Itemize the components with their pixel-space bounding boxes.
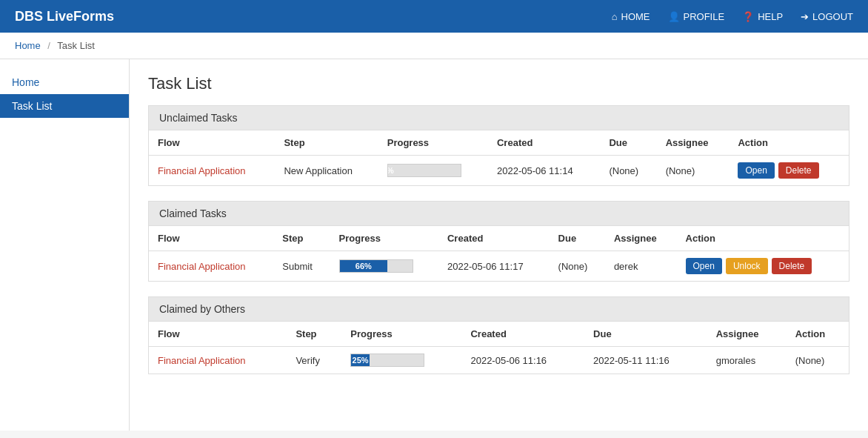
- progress-cell: 25%: [341, 347, 461, 374]
- col-assignee-1: Assignee: [605, 226, 677, 251]
- claimed-by-others-table: Flow Step Progress Created Due Assignee …: [149, 322, 849, 374]
- breadcrumb-current: Task List: [57, 40, 95, 51]
- col-flow-1: Flow: [149, 226, 273, 251]
- due-cell: 2022-05-11 11:16: [584, 347, 707, 374]
- assignee-cell: (None): [657, 156, 730, 186]
- unclaimed-tasks-header: Unclaimed Tasks: [149, 106, 849, 130]
- assignee-cell: gmorales: [707, 347, 787, 374]
- page-title: Task List: [148, 74, 849, 93]
- delete-button[interactable]: Delete: [778, 162, 819, 179]
- progress-cell: 66%: [330, 251, 438, 282]
- action-cell: (None): [787, 347, 849, 374]
- col-flow-2: Flow: [149, 322, 287, 347]
- step-cell: Verify: [287, 347, 341, 374]
- col-due-0: Due: [600, 130, 656, 156]
- flow-cell: Financial Application: [149, 347, 287, 374]
- open-button[interactable]: Open: [686, 258, 722, 274]
- flow-cell: Financial Application: [149, 251, 273, 282]
- col-action-2: Action: [787, 322, 849, 347]
- col-step-1: Step: [273, 226, 330, 251]
- action-buttons: Open Unlock Delete: [686, 258, 840, 274]
- col-progress-2: Progress: [341, 322, 461, 347]
- col-flow-0: Flow: [149, 130, 275, 156]
- nav-help[interactable]: ❓ HELP: [742, 11, 783, 22]
- flow-link[interactable]: Financial Application: [158, 355, 246, 366]
- logout-icon: ➔: [801, 11, 809, 22]
- progress-fill: 25%: [351, 354, 370, 366]
- claimed-tasks-table: Flow Step Progress Created Due Assignee …: [149, 226, 849, 281]
- breadcrumb: Home / Task List: [0, 33, 868, 59]
- action-buttons: Open Delete: [738, 162, 840, 179]
- claimed-by-others-section: Claimed by Others Flow Step Progress Cre…: [148, 296, 849, 374]
- claimed-tasks-header: Claimed Tasks: [149, 202, 849, 226]
- progress-fill: 66%: [340, 260, 388, 272]
- col-step-0: Step: [275, 130, 378, 156]
- others-table-header-row: Flow Step Progress Created Due Assignee …: [149, 322, 849, 347]
- flow-link[interactable]: Financial Application: [158, 165, 246, 176]
- table-row: Financial Application Submit 66% 2022-05…: [149, 251, 849, 282]
- header-nav: ⌂ HOME 👤 PROFILE ❓ HELP ➔ LOGOUT: [612, 11, 853, 22]
- created-cell: 2022-05-06 11:17: [438, 251, 550, 282]
- claimed-by-others-header: Claimed by Others: [149, 297, 849, 322]
- open-button[interactable]: Open: [738, 162, 774, 179]
- sidebar-item-tasklist[interactable]: Task List: [0, 94, 129, 118]
- col-created-1: Created: [438, 226, 550, 251]
- col-due-1: Due: [550, 226, 605, 251]
- brand-title: DBS LiveForms: [15, 9, 114, 24]
- sidebar-item-home[interactable]: Home: [0, 70, 129, 94]
- progress-cell: 0%: [378, 156, 488, 186]
- claimed-table-header-row: Flow Step Progress Created Due Assignee …: [149, 226, 849, 251]
- step-cell: Submit: [273, 251, 330, 282]
- nav-profile[interactable]: 👤 PROFILE: [668, 11, 725, 22]
- unlock-button[interactable]: Unlock: [726, 258, 768, 274]
- home-icon: ⌂: [612, 11, 618, 22]
- breadcrumb-separator: /: [47, 40, 50, 51]
- col-progress-1: Progress: [330, 226, 438, 251]
- col-step-2: Step: [287, 322, 341, 347]
- claimed-tasks-section: Claimed Tasks Flow Step Progress Created…: [148, 201, 849, 282]
- col-progress-0: Progress: [378, 130, 488, 156]
- created-cell: 2022-05-06 11:14: [488, 156, 600, 186]
- action-cell: Open Delete: [729, 156, 849, 186]
- flow-cell: Financial Application: [149, 156, 275, 186]
- unclaimed-table-header-row: Flow Step Progress Created Due Assignee …: [149, 130, 849, 156]
- layout: Home Task List Task List Unclaimed Tasks…: [0, 59, 868, 431]
- question-icon: ❓: [742, 11, 754, 22]
- unclaimed-tasks-section: Unclaimed Tasks Flow Step Progress Creat…: [148, 105, 849, 186]
- nav-logout[interactable]: ➔ LOGOUT: [801, 11, 853, 22]
- due-cell: (None): [600, 156, 656, 186]
- user-icon: 👤: [668, 11, 680, 22]
- created-cell: 2022-05-06 11:16: [461, 347, 584, 374]
- flow-link[interactable]: Financial Application: [158, 261, 246, 272]
- col-created-0: Created: [488, 130, 600, 156]
- table-row: Financial Application Verify 25% 2022-05…: [149, 347, 849, 374]
- due-cell: (None): [550, 251, 605, 282]
- progress-bar: 25%: [350, 354, 424, 367]
- nav-home[interactable]: ⌂ HOME: [612, 11, 650, 22]
- assignee-cell: derek: [605, 251, 677, 282]
- table-row: Financial Application New Application 0%…: [149, 156, 849, 186]
- col-assignee-2: Assignee: [707, 322, 787, 347]
- col-action-0: Action: [729, 130, 849, 156]
- header: DBS LiveForms ⌂ HOME 👤 PROFILE ❓ HELP ➔ …: [0, 0, 868, 33]
- col-assignee-0: Assignee: [657, 130, 730, 156]
- progress-bar: 66%: [339, 259, 413, 273]
- breadcrumb-home-link[interactable]: Home: [15, 40, 41, 51]
- progress-bar: 0%: [387, 164, 461, 177]
- unclaimed-tasks-table: Flow Step Progress Created Due Assignee …: [149, 130, 849, 185]
- main-content: Task List Unclaimed Tasks Flow Step Prog…: [130, 59, 868, 431]
- sidebar: Home Task List: [0, 59, 130, 431]
- action-cell: Open Unlock Delete: [677, 251, 849, 282]
- col-created-2: Created: [461, 322, 584, 347]
- col-due-2: Due: [584, 322, 707, 347]
- step-cell: New Application: [275, 156, 378, 186]
- col-action-1: Action: [677, 226, 849, 251]
- delete-button[interactable]: Delete: [772, 258, 812, 274]
